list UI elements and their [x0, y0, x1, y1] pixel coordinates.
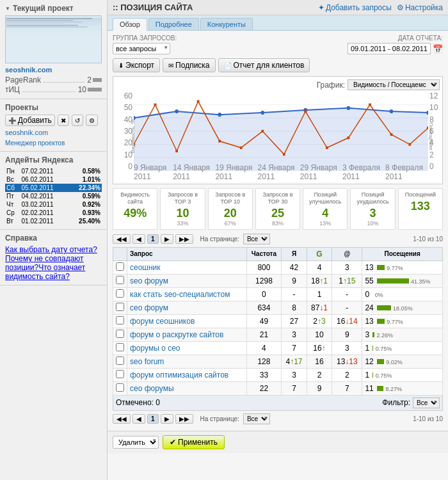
filter-select[interactable]: Все [413, 397, 440, 408]
query-link[interactable]: сеошник [130, 263, 161, 272]
svg-rect-18 [218, 140, 221, 142]
tabs: Обзор Подробнее Конкуренты [108, 15, 448, 31]
manager-link[interactable]: Менеджер проектов [5, 140, 65, 147]
x-axis: 9 Января 2011 14 Января 2011 19 Января 2… [134, 163, 428, 181]
visit-bar [372, 346, 373, 351]
first-page-button-b[interactable]: ◀◀ [113, 414, 131, 424]
svg-rect-19 [240, 147, 243, 149]
per-page-wrapper-b[interactable]: Все [243, 413, 270, 424]
prev-page-button-b[interactable]: ◀ [132, 414, 145, 424]
y-label-right: Посещения [428, 123, 434, 150]
svg-rect-21 [283, 153, 285, 156]
prev-page-button[interactable]: ◀ [132, 234, 145, 244]
group-select-wrapper[interactable]: все запросы [113, 43, 170, 54]
group-label: ГРУППА ЗАПРОСОВ: [113, 35, 177, 42]
date-input[interactable] [348, 43, 431, 54]
query-link[interactable]: форум о раскрутке сайтов [130, 330, 223, 339]
query-link[interactable]: как стать seo-специалистом [130, 290, 230, 299]
row-checkbox[interactable] [116, 262, 124, 271]
row-checkbox[interactable] [116, 316, 124, 324]
visit-bar [377, 278, 409, 284]
yandex-updates-title: Апдейты Яндекса [5, 156, 102, 164]
tab-competitors[interactable]: Конкуренты [200, 18, 253, 30]
table-row: seo форум 1298 9 18↑1 1↑15 55 41.35% [113, 274, 443, 287]
site-link[interactable]: seoshnik.com [5, 66, 102, 74]
help-title: Справка [5, 234, 102, 243]
stats-row: Видимость сайта 49% Запросов в ТОР 3 10 … [113, 188, 443, 230]
per-page-label-b: На странице: [200, 415, 239, 422]
help-link[interactable]: Как выбрать дату отчета? [5, 245, 97, 254]
query-link[interactable]: сео форум [130, 303, 168, 312]
visit-bar [372, 372, 373, 378]
client-report-button[interactable]: 📄 Отчет для клиентов [218, 58, 310, 72]
filter-select-wrapper[interactable]: Все [413, 397, 440, 408]
stat-block: Запросов в ТОР 3 10 33% [160, 188, 205, 230]
export-button[interactable]: ⬇ Экспорт [113, 58, 160, 72]
query-link[interactable]: сео форумы [130, 384, 174, 393]
current-project-title: ▼ Текущий проект [5, 4, 102, 13]
svg-rect-25 [369, 104, 371, 106]
settings-link[interactable]: ⚙ Настройка [397, 3, 443, 12]
stat-label: Запросов в ТОР 3 [164, 191, 200, 205]
marked-count: Отмечено: 0 [116, 398, 160, 407]
stat-sub: 33% [164, 220, 200, 227]
row-checkbox[interactable] [116, 356, 124, 365]
project-site-link[interactable]: seoshnik.com [5, 129, 102, 136]
svg-point-12 [390, 109, 394, 113]
stat-value: 49% [117, 207, 153, 220]
refresh-project-button[interactable]: ↺ [72, 115, 83, 126]
per-page-select-b[interactable]: Все [243, 413, 270, 424]
per-page-select[interactable]: Все [243, 234, 270, 244]
projects-toolbar: ➕ Добавить ✖ ↺ ⚙ [5, 115, 102, 126]
current-project-section: ▼ Текущий проект seoshnik.com PageRank 2… [0, 0, 107, 99]
add-queries-link[interactable]: ✦ Добавить запросы [318, 3, 392, 12]
settings-project-button[interactable]: ⚙ [86, 115, 98, 126]
svg-rect-15 [154, 104, 157, 106]
calendar-icon[interactable]: 📅 [433, 44, 443, 54]
table-header-row: Запрос Частота Я G @ Посещения [113, 247, 443, 260]
apply-button[interactable]: ✔ Применить [163, 435, 225, 449]
query-link[interactable]: форумы о сео [130, 344, 180, 353]
query-link[interactable]: seo форум [130, 276, 168, 285]
delete-select[interactable]: Удалить [113, 436, 159, 449]
stat-block: Посещений 133 [398, 188, 443, 230]
main-header: :: ПОЗИЦИЯ САЙТА ✦ Добавить запросы ⚙ На… [108, 0, 448, 15]
row-checkbox[interactable] [116, 330, 124, 338]
current-page-button-b[interactable]: 1 [147, 414, 159, 424]
stat-value: 20 [212, 207, 248, 220]
row-checkbox[interactable] [116, 370, 124, 378]
query-link[interactable]: форум сеошников [130, 317, 195, 326]
tab-overview[interactable]: Обзор [113, 18, 147, 31]
first-page-button[interactable]: ◀◀ [113, 234, 131, 244]
svg-point-11 [347, 106, 351, 110]
stat-value: 4 [307, 207, 343, 220]
delete-select-wrapper[interactable]: Удалить [113, 436, 159, 449]
svg-rect-23 [326, 147, 328, 149]
delete-project-button[interactable]: ✖ [58, 115, 69, 126]
group-select[interactable]: все запросы [113, 43, 170, 54]
current-page-button[interactable]: 1 [147, 234, 159, 244]
last-page-button-b[interactable]: ▶▶ [175, 414, 193, 424]
chart-type-select[interactable]: Видимость / Посещаемс [348, 79, 440, 90]
query-link[interactable]: форум оптимизация сайтов [130, 371, 228, 380]
subscribe-button[interactable]: ✉ Подписка [163, 58, 215, 72]
add-project-button[interactable]: ➕ Добавить [5, 115, 55, 126]
chart-select-wrapper[interactable]: Видимость / Посещаемс [348, 79, 440, 90]
table-row: форум оптимизация сайтов 33 3 2 2 1 0.75… [113, 368, 443, 381]
row-checkbox[interactable] [116, 343, 124, 351]
per-page-wrapper[interactable]: Все [243, 234, 270, 244]
query-link[interactable]: seo forum [130, 357, 164, 366]
next-page-button-b[interactable]: ▶ [161, 414, 173, 424]
row-checkbox[interactable] [116, 289, 124, 298]
tab-detail[interactable]: Подробнее [148, 18, 199, 30]
stat-label: Посещений [403, 191, 438, 198]
plus-icon: ✦ [318, 3, 324, 12]
next-page-button[interactable]: ▶ [161, 234, 173, 244]
row-checkbox[interactable] [116, 303, 124, 311]
page-info-top: 1-10 из 10 [413, 236, 443, 243]
row-checkbox[interactable] [116, 383, 124, 392]
pagerank-row: PageRank 2 [5, 76, 102, 84]
last-page-button[interactable]: ▶▶ [175, 234, 193, 244]
table-row: сео форум 634 8 87↓1 - 24 18.05% [113, 301, 443, 314]
row-checkbox[interactable] [116, 276, 124, 284]
